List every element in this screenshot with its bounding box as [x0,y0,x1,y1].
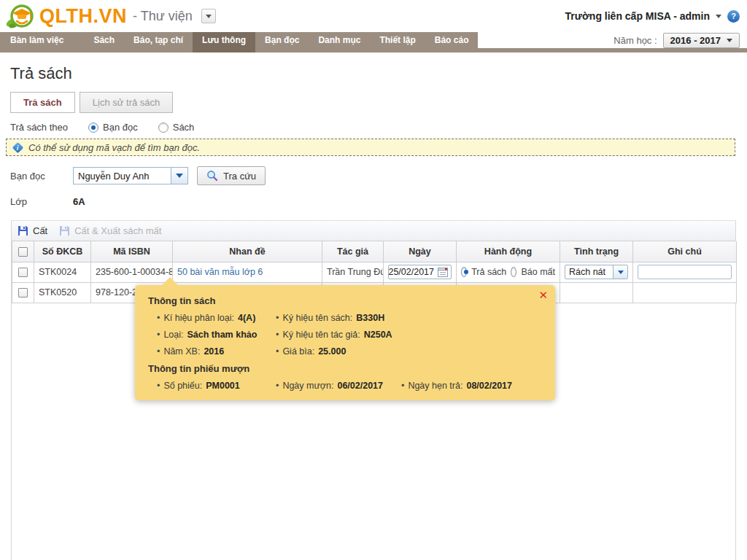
info-banner-text: Có thể sử dụng mã vạch để tìm bạn đọc. [28,142,200,153]
tooltip-slip: •Số phiếu:PM0001 [157,381,276,391]
info-banner: i Có thể sử dụng mã vạch để tìm bạn đọc. [6,139,735,156]
radio-book-label: Sách [173,122,195,133]
search-reader-button-label: Tra cứu [223,171,256,182]
return-date-value: 25/02/2017 [388,267,434,277]
chevron-down-icon [176,174,183,178]
col-header-isbn: Mã ISBN [91,241,173,262]
tooltip-borrow-date: •Ngày mượn:06/02/2017 [276,381,401,391]
cell-author: Trần Trung Đức [322,262,384,282]
loan-info-title: Thông tin phiếu mượn [148,363,543,374]
select-all-checkbox[interactable] [18,247,28,257]
col-header-date: Ngày [384,241,457,262]
nav-tab-sach[interactable]: Sách [84,32,124,52]
reader-combobox-dropdown-button[interactable] [171,167,188,184]
top-bar: QLTH.VN - Thư viện Trường liên cấp MISA … [0,0,747,32]
app-title: QLTH.VN [39,5,127,28]
note-input[interactable] [638,265,732,279]
module-name: - Thư viện [133,9,193,24]
radio-option-reader[interactable]: Bạn đọc [88,122,138,133]
action-radio-group: Trả sách Báo mất [461,267,555,277]
status-dropdown-button[interactable] [613,265,627,279]
cell-code: STK0520 [34,282,91,303]
radio-option-book[interactable]: Sách [158,122,195,133]
brand: QLTH.VN - Thư viện [6,3,216,29]
return-by-filter: Trả sách theo Bạn đọc Sách [10,122,747,133]
tooltip-author-code: •Ký hiệu tên tác giả:N250A [276,330,401,340]
module-dropdown-button[interactable] [201,9,216,23]
cell-note-empty [633,282,737,303]
main-nav: Bàn làm việc Sách Báo, tạp chí Lưu thông… [0,32,747,52]
search-reader-button[interactable]: Tra cứu [197,166,266,185]
chevron-down-icon [618,271,624,274]
return-date-input[interactable]: 25/02/2017 [388,265,452,279]
save-export-lost-button[interactable]: Cất & Xuất sách mất [59,225,161,236]
table-header-row: Số ĐKCB Mã ISBN Nhan đề Tác giả Ngày Hàn… [12,241,737,262]
school-year-box: Năm học : 2016 - 2017 [614,32,740,48]
class-label: Lớp [10,196,73,207]
status-value: Rách nát [565,265,613,279]
nav-tab-danh-muc[interactable]: Danh mục [309,32,370,52]
info-icon: i [12,141,24,153]
school-year-value: 2016 - 2017 [670,35,721,46]
col-header-status: Tình trạng [560,241,633,262]
row-checkbox[interactable] [18,288,28,298]
tooltip-type: •Loại:Sách tham khảo [157,330,276,340]
nav-tab-luu-thong[interactable]: Lưu thông [193,32,255,52]
book-title-link[interactable]: 50 bài văn mẫu lớp 6 [177,267,263,277]
tooltip-class-code: •Kí hiệu phân loại:4(A) [157,313,276,323]
calendar-icon[interactable] [438,267,449,277]
return-history-tab-button[interactable]: Lịch sử trả sách [80,92,174,113]
radio-unselected-icon[interactable] [158,122,169,133]
account-name[interactable]: Trường liên cấp MISA - admin [565,10,710,22]
account-area: Trường liên cấp MISA - admin ? [565,10,740,23]
col-header-action: Hành động [457,241,560,262]
school-year-select[interactable]: 2016 - 2017 [663,33,740,48]
reader-combobox-value[interactable]: Nguyễn Duy Anh [73,167,171,184]
magnifier-icon [206,170,218,182]
school-year-label: Năm học : [614,35,657,46]
save-icon [59,225,70,236]
radio-reader-label: Bạn đọc [103,122,138,133]
table-row: STK0024 235-600-1-00034-8 50 bài văn mẫu… [12,262,737,282]
book-info-title: Thông tin sách [148,295,543,306]
nav-tab-bao-tap-chi[interactable]: Báo, tạp chí [124,32,193,52]
page-title: Trả sách [10,64,747,83]
col-header-title: Nhan đề [173,241,322,262]
return-book-tab-button[interactable]: Trả sách [10,92,75,113]
radio-selected-icon[interactable] [88,122,98,133]
save-button[interactable]: Cất [18,225,47,236]
radio-lost[interactable] [511,267,516,277]
nav-tab-thiet-lap[interactable]: Thiết lập [370,32,425,52]
nav-tab-ban-doc[interactable]: Bạn đọc [255,32,309,52]
radio-return-selected[interactable] [461,267,467,277]
close-icon[interactable]: ✕ [538,289,548,300]
tooltip-year: •Năm XB:2016 [157,346,276,357]
help-icon[interactable]: ? [727,10,740,23]
save-export-lost-button-label: Cất & Xuất sách mất [74,225,161,236]
reader-row: Bạn đọc Nguyễn Duy Anh Tra cứu [10,166,747,185]
chevron-down-icon [727,39,732,42]
action-return-label: Trả sách [471,267,506,277]
col-header-note: Ghi chú [633,241,737,262]
nav-tab-ban-lam-viec[interactable]: Bàn làm việc [0,32,77,52]
action-lost-label: Báo mất [521,267,555,277]
view-switch-buttons: Trả sách Lịch sử trả sách [10,92,747,113]
nav-tab-bao-cao[interactable]: Báo cáo [425,32,479,52]
chevron-down-icon [206,15,212,18]
nav-tabs: Bàn làm việc Sách Báo, tạp chí Lưu thông… [0,32,478,48]
reader-combobox[interactable]: Nguyễn Duy Anh [73,167,188,184]
grid-toolbar: Cất Cất & Xuất sách mất [12,221,735,241]
cell-code: STK0024 [34,262,91,282]
app-logo-icon [6,3,35,29]
class-value: 6A [73,196,85,207]
account-chevron-down-icon[interactable] [716,15,721,18]
status-dropdown[interactable]: Rách nát [565,265,628,279]
row-checkbox[interactable] [18,268,28,277]
return-by-label: Trả sách theo [10,122,68,133]
tooltip-due-date: •Ngày hẹn trả:08/02/2017 [401,381,543,391]
book-info-tooltip: ✕ Thông tin sách •Kí hiệu phân loại:4(A)… [135,285,555,400]
loan-slip-link[interactable]: PM0001 [206,381,240,391]
save-button-label: Cất [33,225,47,236]
col-header-author: Tác giả [322,241,384,262]
cell-isbn: 235-600-1-00034-8 [91,262,173,282]
